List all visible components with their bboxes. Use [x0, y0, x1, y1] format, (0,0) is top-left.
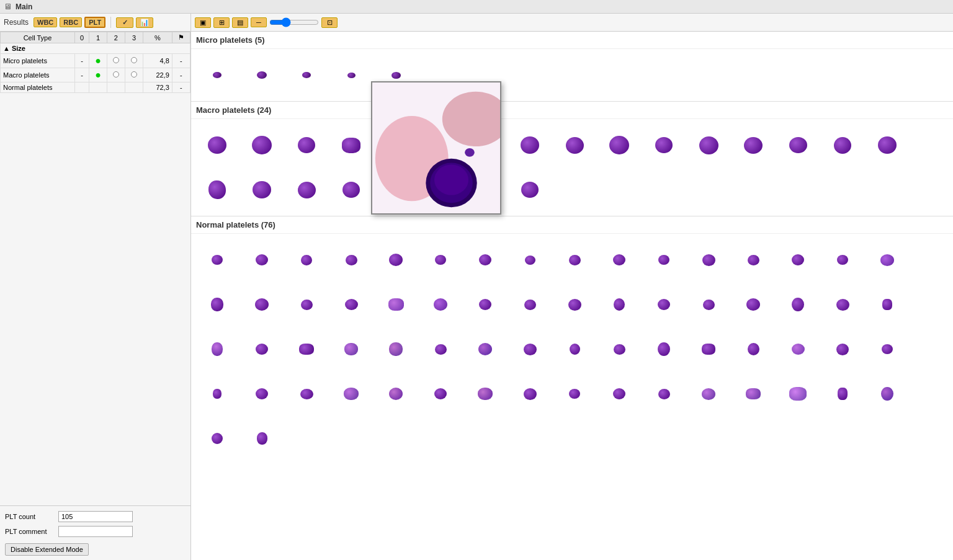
list-item[interactable] — [553, 283, 596, 326]
list-item[interactable] — [241, 54, 283, 96]
list-item[interactable] — [866, 283, 908, 326]
list-item[interactable] — [241, 283, 283, 326]
list-item[interactable] — [241, 124, 283, 166]
list-item[interactable] — [777, 328, 819, 370]
view-list-button[interactable]: ▤ — [232, 17, 248, 28]
list-item[interactable] — [866, 328, 908, 370]
list-item[interactable] — [196, 54, 238, 96]
list-item[interactable] — [196, 283, 238, 326]
list-item[interactable] — [643, 373, 685, 415]
micro-radio-1[interactable] — [107, 54, 125, 68]
list-item[interactable] — [330, 169, 372, 211]
list-item[interactable] — [419, 239, 462, 281]
list-item[interactable] — [196, 328, 238, 370]
macro-dot[interactable]: ● — [89, 68, 107, 82]
list-item[interactable] — [241, 373, 283, 415]
list-item[interactable] — [821, 283, 864, 326]
list-item[interactable] — [643, 124, 685, 166]
list-item[interactable] — [732, 373, 774, 415]
plt-count-input[interactable] — [58, 511, 133, 522]
list-item[interactable] — [464, 283, 506, 326]
fullscreen-button[interactable]: ⊡ — [321, 17, 338, 28]
list-item[interactable] — [777, 283, 819, 326]
macro-radio-1[interactable] — [107, 68, 125, 82]
list-item[interactable] — [821, 328, 864, 370]
list-item[interactable] — [598, 328, 640, 370]
list-item[interactable] — [687, 124, 730, 166]
disable-extended-mode-button[interactable]: Disable Extended Mode — [5, 543, 89, 556]
chart-button[interactable]: 📊 — [136, 17, 153, 28]
micro-dot[interactable]: ● — [89, 54, 107, 68]
list-item[interactable] — [777, 239, 819, 281]
zoom-slider[interactable] — [269, 17, 319, 27]
list-item[interactable] — [821, 124, 864, 166]
list-item[interactable] — [509, 239, 551, 281]
list-item[interactable] — [241, 239, 283, 281]
list-item[interactable] — [375, 239, 417, 281]
wbc-button[interactable]: WBC — [34, 17, 57, 27]
list-item[interactable] — [509, 124, 551, 166]
list-item[interactable] — [464, 328, 506, 370]
view-single-button[interactable]: ▣ — [195, 17, 211, 28]
list-item[interactable] — [196, 124, 238, 166]
platelet-popup[interactable] — [371, 81, 501, 215]
list-item[interactable] — [866, 124, 908, 166]
list-item[interactable] — [330, 328, 372, 370]
list-item[interactable] — [285, 239, 328, 281]
macro-radio-circle-1[interactable] — [113, 71, 119, 78]
list-item[interactable] — [598, 239, 640, 281]
list-item[interactable] — [285, 54, 328, 96]
list-item[interactable] — [285, 328, 328, 370]
list-item[interactable] — [732, 239, 774, 281]
list-item[interactable] — [241, 169, 283, 211]
list-item[interactable] — [419, 373, 462, 415]
list-item[interactable] — [643, 239, 685, 281]
list-item[interactable] — [553, 124, 596, 166]
list-item[interactable] — [196, 417, 238, 460]
list-item[interactable] — [285, 373, 328, 415]
list-item[interactable] — [687, 239, 730, 281]
list-item[interactable] — [375, 373, 417, 415]
list-item[interactable] — [732, 328, 774, 370]
list-item[interactable] — [643, 328, 685, 370]
list-item[interactable] — [330, 283, 372, 326]
list-item[interactable] — [330, 124, 372, 166]
list-item[interactable] — [285, 169, 328, 211]
macro-radio-circle-2[interactable] — [131, 71, 137, 78]
list-item[interactable] — [196, 239, 238, 281]
list-item[interactable] — [285, 283, 328, 326]
list-item[interactable] — [553, 328, 596, 370]
list-item[interactable] — [419, 328, 462, 370]
list-item[interactable] — [330, 54, 372, 96]
list-item[interactable] — [687, 373, 730, 415]
list-item[interactable] — [598, 124, 640, 166]
list-item[interactable] — [598, 283, 640, 326]
list-item[interactable] — [509, 283, 551, 326]
list-item[interactable] — [330, 239, 372, 281]
macro-radio-2[interactable] — [125, 68, 143, 82]
list-item[interactable] — [866, 373, 908, 415]
list-item[interactable] — [687, 328, 730, 370]
list-item[interactable] — [553, 373, 596, 415]
list-item[interactable] — [866, 239, 908, 281]
list-item[interactable] — [553, 239, 596, 281]
list-item[interactable] — [732, 124, 774, 166]
zoom-bar-button[interactable]: ─ — [251, 17, 267, 27]
list-item[interactable] — [732, 283, 774, 326]
list-item[interactable] — [464, 239, 506, 281]
view-grid-button[interactable]: ⊞ — [213, 17, 230, 28]
rbc-button[interactable]: RBC — [60, 17, 82, 27]
list-item[interactable] — [509, 169, 551, 211]
list-item[interactable] — [509, 373, 551, 415]
list-item[interactable] — [687, 283, 730, 326]
list-item[interactable] — [375, 328, 417, 370]
list-item[interactable] — [285, 124, 328, 166]
list-item[interactable] — [643, 283, 685, 326]
right-panel[interactable]: Micro platelets (5) Macro platelets (24) — [191, 32, 953, 560]
list-item[interactable] — [464, 373, 506, 415]
micro-radio-2[interactable] — [125, 54, 143, 68]
list-item[interactable] — [821, 239, 864, 281]
plt-button[interactable]: PLT — [84, 17, 105, 28]
list-item[interactable] — [419, 283, 462, 326]
checkmark-button[interactable]: ✓ — [116, 17, 133, 28]
